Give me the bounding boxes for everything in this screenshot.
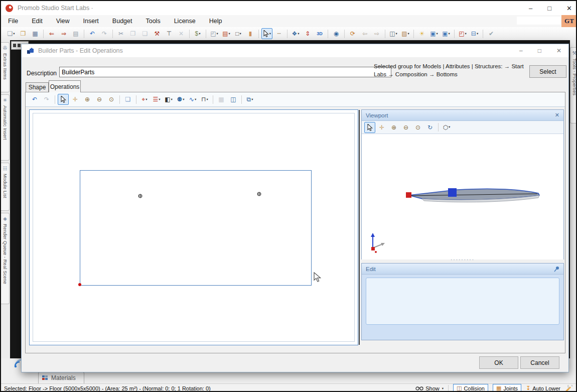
tab-operations[interactable]: Operations xyxy=(49,80,81,92)
select-button[interactable]: Select xyxy=(529,65,566,78)
orbit-icon[interactable]: ↻ xyxy=(424,122,436,133)
show-dropdown[interactable]: Show ▾ xyxy=(415,385,444,391)
pin-icon[interactable] xyxy=(553,266,559,272)
menu-budget[interactable]: Budget xyxy=(112,18,132,25)
zoom-in-icon[interactable]: ⊕ xyxy=(388,122,399,133)
side-panel-icon[interactable]: ◧▾ xyxy=(163,94,174,105)
panel-splitter[interactable]: ········· xyxy=(361,258,564,262)
gt-badge[interactable]: GT xyxy=(561,15,577,27)
zoom-in-icon[interactable]: ⊕ xyxy=(82,94,93,105)
viewport-3d-view[interactable] xyxy=(362,134,563,259)
view-cube-icon[interactable]: ⬡▾ xyxy=(441,122,452,133)
pattern-icon[interactable]: ▦ xyxy=(216,94,227,105)
camera2-icon[interactable]: ▣▾ xyxy=(441,28,452,39)
zoom-out-icon[interactable]: ⊖ xyxy=(400,122,411,133)
open-icon[interactable]: ❐ xyxy=(18,28,29,39)
wrench-icon[interactable] xyxy=(565,385,573,392)
description-input[interactable] xyxy=(59,67,391,77)
import-icon[interactable]: ⇐ xyxy=(46,28,57,39)
layers-icon[interactable]: ❖▾ xyxy=(290,28,301,39)
perspective-icon[interactable]: ◫▾ xyxy=(388,28,399,39)
slab-handle-blue[interactable] xyxy=(448,188,457,197)
tab-module-list[interactable]: ☷Module List xyxy=(1,163,10,211)
rectangle-icon[interactable]: □▾ xyxy=(233,28,244,39)
undo-icon[interactable]: ↶ xyxy=(29,94,40,105)
cut-icon[interactable]: ✂ xyxy=(115,28,126,39)
canvas-splitter[interactable] xyxy=(359,110,360,345)
menu-help[interactable]: Help xyxy=(209,18,222,25)
format-brush-icon[interactable]: ⚒ xyxy=(152,28,163,39)
origin-point[interactable] xyxy=(78,283,81,286)
menu-view[interactable]: View xyxy=(56,18,70,25)
render-icon[interactable]: ◰▾ xyxy=(457,28,468,39)
door-icon[interactable]: ▮ xyxy=(245,28,256,39)
pan-icon[interactable]: ✛ xyxy=(376,122,387,133)
wall-icon[interactable]: ▤▾ xyxy=(221,28,232,39)
save-icon[interactable]: ▦ xyxy=(30,28,41,39)
tab-render-queue[interactable]: ◈Render Queue - Real Scene xyxy=(1,213,10,304)
tab-extras-items[interactable]: ✇Extras Items xyxy=(1,42,10,92)
tab-tools-properties[interactable]: ⚒Tools - Properties xyxy=(570,47,577,123)
reference-point-marker[interactable] xyxy=(257,189,261,194)
tab-automatic-insert[interactable]: ✳Automatic Insert xyxy=(1,94,10,161)
zoom-window-icon[interactable]: ⊙ xyxy=(412,122,423,133)
measure-icon[interactable]: ┄ xyxy=(273,28,284,39)
ok-button[interactable]: OK xyxy=(479,356,518,369)
pan-icon[interactable]: ✛ xyxy=(70,94,81,105)
print-icon[interactable]: ▤ xyxy=(70,28,81,39)
eye-icon[interactable]: ◉ xyxy=(331,28,342,39)
select-icon[interactable] xyxy=(58,94,69,105)
environment-icon[interactable]: ◰▾ xyxy=(209,28,220,39)
menu-insert[interactable]: Insert xyxy=(83,18,99,25)
shelf-icon[interactable]: ☰▾ xyxy=(151,94,162,105)
maximize-button[interactable]: □ xyxy=(547,5,551,12)
viewport-close-icon[interactable]: ✕ xyxy=(555,112,559,118)
curve-icon[interactable]: ∿▾ xyxy=(187,94,198,105)
back-icon[interactable]: ⇦ xyxy=(359,28,370,39)
paste-icon[interactable]: ❏ xyxy=(139,28,151,39)
undo-icon[interactable]: ↶ xyxy=(87,28,98,39)
tab-shape[interactable]: Shape xyxy=(26,82,49,92)
joints-button[interactable]: ▦ Joints xyxy=(493,384,521,392)
dialog-close-button[interactable]: ✕ xyxy=(556,47,561,54)
camera-icon[interactable]: ▣▾ xyxy=(428,28,440,39)
minimize-button[interactable]: – xyxy=(529,5,532,12)
forward-icon[interactable]: ⇨ xyxy=(371,28,382,39)
dialog-minimize-button[interactable]: – xyxy=(519,47,523,54)
tab-materials[interactable]: Materials xyxy=(38,372,84,383)
menu-edit[interactable]: Edit xyxy=(32,18,43,25)
reference-point-marker[interactable] xyxy=(138,191,142,196)
cube-icon[interactable]: ▧▾ xyxy=(400,28,411,39)
auto-lower-toggle[interactable]: ↧ Auto Lower xyxy=(526,385,560,391)
new-shape-icon[interactable]: ❏ xyxy=(122,94,133,105)
rotate-box-icon[interactable]: ⟳ xyxy=(347,28,358,39)
export-icon[interactable]: ⇒ xyxy=(58,28,69,39)
dialog-maximize-button[interactable]: □ xyxy=(538,47,541,54)
cancel-button[interactable]: Cancel xyxy=(520,356,559,369)
copies-icon[interactable]: ⧉▾ xyxy=(244,94,255,105)
menu-license[interactable]: License xyxy=(174,18,196,25)
organize-icon[interactable]: ⊟▾ xyxy=(469,28,480,39)
copy-icon[interactable]: ❐ xyxy=(127,28,138,39)
mirror-icon[interactable]: ◫ xyxy=(228,94,239,105)
dimension-icon[interactable]: ⊓▾ xyxy=(199,94,210,105)
edit-content-area[interactable] xyxy=(366,278,559,325)
slab-handle-red[interactable] xyxy=(406,192,411,198)
door-height-icon[interactable]: ⇕ xyxy=(302,28,313,39)
select-cursor-icon[interactable]: ▾ xyxy=(261,28,272,39)
close-button[interactable]: ✕ xyxy=(566,5,572,12)
floor-shape-outline[interactable] xyxy=(80,170,312,286)
select-icon[interactable] xyxy=(364,122,375,133)
delete-icon[interactable]: ✕ xyxy=(176,28,187,39)
shape-canvas[interactable] xyxy=(29,109,358,345)
new-icon[interactable]: ❏▾ xyxy=(6,28,17,39)
3d-icon[interactable]: 3D xyxy=(314,28,325,39)
paint-roller-icon[interactable]: ⊤ xyxy=(164,28,175,39)
light-icon[interactable]: ☀ xyxy=(416,28,427,39)
zoom-out-icon[interactable]: ⊖ xyxy=(94,94,105,105)
menu-file[interactable]: File xyxy=(8,18,18,25)
hardware-icon[interactable]: ⚉▾ xyxy=(175,94,186,105)
redo-icon[interactable]: ↷ xyxy=(99,28,110,39)
collision-button[interactable]: ◫ Collision xyxy=(453,384,488,392)
budget-icon[interactable]: $▾ xyxy=(192,28,203,39)
